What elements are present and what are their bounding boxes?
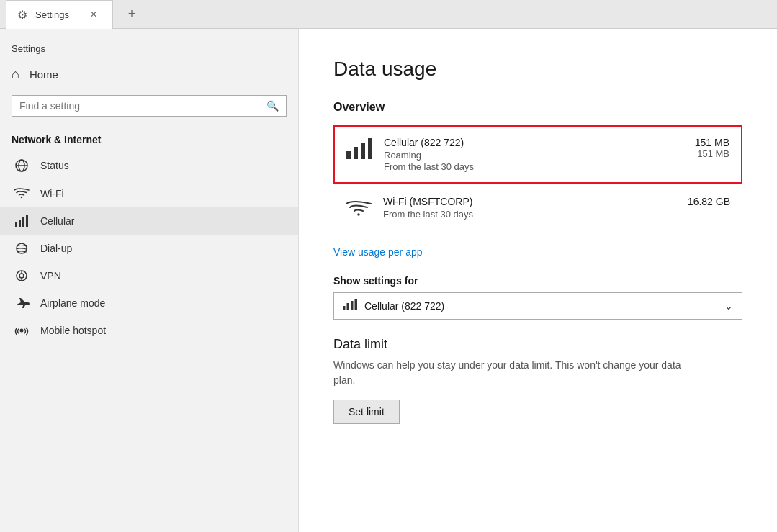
svg-rect-17 [343,306,346,310]
wifi-overview-card[interactable]: Wi-Fi (MSFTCORP) From the last 30 days 1… [333,185,742,236]
dialup-icon [12,242,32,255]
tab-title: Settings [35,9,69,20]
airplane-icon [12,297,32,310]
vpn-icon [12,269,32,282]
sidebar-app-label: Settings [0,35,298,60]
svg-rect-5 [22,217,24,227]
sidebar-item-home[interactable]: ⌂ Home [0,60,298,89]
overview-heading: Overview [333,101,742,114]
app-layout: Settings ⌂ Home 🔍 Network & Internet Sta… [0,29,777,532]
svg-rect-18 [347,303,350,310]
sidebar-item-hotspot[interactable]: Mobile hotspot [0,317,298,344]
main-content: Data usage Overview Cellular (822 722) R… [299,29,777,532]
svg-rect-13 [346,151,351,159]
status-label: Status [40,160,69,171]
sidebar-item-wifi[interactable]: Wi-Fi [0,180,298,207]
data-limit-desc: Windows can help you stay under your dat… [333,358,693,388]
sidebar-section-title: Network & Internet [0,128,298,151]
sidebar: Settings ⌂ Home 🔍 Network & Internet Sta… [0,29,299,532]
sidebar-item-dialup[interactable]: Dial-up [0,235,298,262]
wifi-card-icon [346,199,372,225]
svg-point-12 [20,329,24,333]
sidebar-item-airplane[interactable]: Airplane mode [0,289,298,317]
wifi-label: Wi-Fi [40,188,64,199]
status-icon [12,158,32,173]
data-limit-title: Data limit [333,337,742,352]
titlebar: ⚙ Settings ✕ + [0,0,777,29]
search-icon: 🔍 [266,100,279,112]
svg-rect-3 [15,222,17,227]
wifi-usage-main: 16.82 GB [688,196,730,207]
settings-tab[interactable]: ⚙ Settings ✕ [6,0,113,29]
search-input[interactable] [19,100,266,112]
view-usage-link[interactable]: View usage per app [333,246,423,258]
sidebar-item-vpn[interactable]: VPN [0,262,298,289]
wifi-card-info: Wi-Fi (MSFTCORP) From the last 30 days [383,196,688,220]
svg-rect-20 [355,299,358,310]
cellular-label: Cellular [40,215,74,227]
svg-rect-6 [26,215,28,227]
sidebar-item-status[interactable]: Status [0,151,298,180]
svg-rect-16 [368,138,372,159]
cellular-card-name: Cellular (822 722) [384,137,695,148]
svg-point-9 [19,274,24,278]
svg-rect-4 [19,220,21,227]
hotspot-icon [12,324,32,337]
cellular-usage-sub: 151 MB [695,148,729,159]
airplane-label: Airplane mode [40,297,105,309]
wifi-icon [12,187,32,200]
cellular-card-roaming: Roaming [384,150,695,161]
cellular-usage-main: 151 MB [695,137,729,148]
set-limit-button[interactable]: Set limit [333,400,400,424]
svg-rect-19 [351,301,354,310]
vpn-label: VPN [40,270,61,281]
svg-rect-14 [354,147,358,159]
cellular-card-info: Cellular (822 722) Roaming From the last… [384,137,695,172]
wifi-card-name: Wi-Fi (MSFTCORP) [383,196,688,207]
wifi-card-period: From the last 30 days [383,209,688,220]
tab-gear-icon: ⚙ [15,7,30,22]
cellular-card-icon [346,138,372,165]
chevron-down-icon: ⌄ [724,300,733,312]
search-box[interactable]: 🔍 [12,95,287,117]
network-dropdown[interactable]: Cellular (822 722) ⌄ [333,292,742,320]
dropdown-value: Cellular (822 722) [364,300,724,312]
cellular-overview-card[interactable]: Cellular (822 722) Roaming From the last… [333,125,742,184]
show-settings-label: Show settings for [333,275,742,287]
page-title: Data usage [333,58,742,81]
wifi-card-usage: 16.82 GB [688,196,730,207]
cellular-card-usage: 151 MB 151 MB [695,137,729,159]
hotspot-label: Mobile hotspot [40,325,106,336]
home-icon: ⌂ [12,67,19,82]
tab-close-button[interactable]: ✕ [84,4,104,24]
dropdown-cellular-icon [343,299,357,313]
cellular-icon [12,215,32,227]
new-tab-button[interactable]: + [122,4,142,24]
sidebar-home-label: Home [30,68,58,81]
sidebar-item-cellular[interactable]: Cellular [0,207,298,235]
dialup-label: Dial-up [40,243,72,254]
svg-rect-15 [361,143,365,159]
cellular-card-period: From the last 30 days [384,161,695,172]
